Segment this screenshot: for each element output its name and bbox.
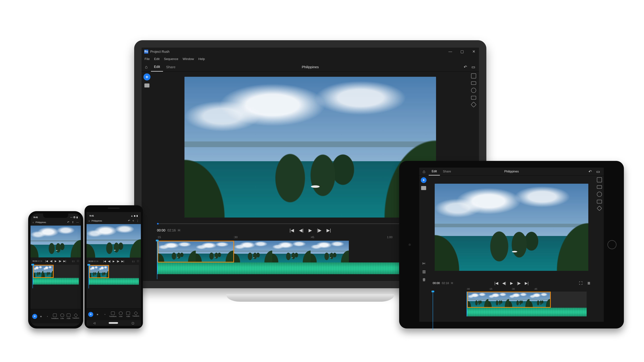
tab-color[interactable]: Color xyxy=(60,314,65,319)
undo-icon[interactable]: ↶ xyxy=(464,65,467,69)
trash-icon[interactable]: 🗑 xyxy=(422,278,426,282)
tab-transform[interactable]: Transform xyxy=(132,312,139,317)
menu-file[interactable]: File xyxy=(144,57,150,61)
timeline[interactable]: Ripperton – Echocity xyxy=(428,292,595,322)
chat-icon[interactable]: ▭ xyxy=(596,169,600,174)
prev-clip-button[interactable]: |◀ xyxy=(45,260,48,263)
tab-audio[interactable]: Audio xyxy=(125,312,131,317)
home-button[interactable]: ⌂ xyxy=(88,220,90,222)
preview-viewer[interactable] xyxy=(428,176,595,279)
window-minimize-button[interactable]: — xyxy=(448,49,453,54)
step-forward-button[interactable]: |▶ xyxy=(317,228,322,233)
project-panel-icon[interactable] xyxy=(144,83,150,87)
video-track[interactable] xyxy=(88,265,139,278)
scrub-playhead[interactable] xyxy=(157,223,159,225)
step-forward-button[interactable]: |▶ xyxy=(59,260,62,263)
play-button[interactable]: ▶ xyxy=(113,260,115,263)
color-wheel-icon[interactable] xyxy=(471,88,476,93)
titles-icon[interactable] xyxy=(597,177,602,182)
properties-icon[interactable] xyxy=(597,200,602,203)
android-recent-button[interactable]: ▢ xyxy=(132,322,134,325)
preview-frame[interactable] xyxy=(30,226,81,257)
share-icon[interactable]: < xyxy=(132,219,134,222)
tab-transitions[interactable]: Transitions xyxy=(51,314,58,319)
fullscreen-icon[interactable]: ⛶ xyxy=(137,260,139,263)
next-clip-button[interactable]: ▶| xyxy=(525,281,528,285)
transform-icon[interactable] xyxy=(597,206,602,211)
properties-icon[interactable] xyxy=(471,96,476,99)
more-icon[interactable]: ⋮ xyxy=(136,219,139,222)
tab-edit[interactable]: Edit xyxy=(151,62,163,71)
tab-transitions[interactable]: Transitions xyxy=(109,312,116,317)
prev-clip-button[interactable]: |◀ xyxy=(290,228,294,233)
track-toggle-b[interactable]: ≡ xyxy=(102,314,108,315)
tracks-icon[interactable]: ≣ xyxy=(587,281,590,285)
tab-transform[interactable]: Transform xyxy=(72,314,79,319)
step-back-button[interactable]: ◀| xyxy=(108,260,111,263)
android-home-button[interactable] xyxy=(109,322,118,324)
step-forward-button[interactable]: |▶ xyxy=(117,260,120,263)
project-panel-icon[interactable] xyxy=(421,186,426,190)
menu-window[interactable]: Window xyxy=(183,57,194,61)
step-forward-button[interactable]: |▶ xyxy=(517,281,521,285)
track-toggle-a[interactable]: ▦ xyxy=(38,316,44,317)
chat-icon[interactable]: ▭ xyxy=(472,65,475,69)
step-back-button[interactable]: ◀| xyxy=(299,228,304,233)
more-icon[interactable]: ⋯ xyxy=(76,221,79,224)
tab-share[interactable]: Share xyxy=(440,168,454,175)
timeline[interactable]: Ripperton – Echocity xyxy=(30,265,81,309)
audio-track[interactable]: Ripperton – Echocity xyxy=(32,278,79,285)
video-track[interactable] xyxy=(466,292,587,308)
fullscreen-icon[interactable]: ⛶ xyxy=(77,260,79,263)
step-back-button[interactable]: ◀| xyxy=(50,260,53,263)
transform-icon[interactable] xyxy=(471,102,476,107)
menu-help[interactable]: Help xyxy=(198,57,205,61)
timeline[interactable]: Ripperton – Echocity xyxy=(86,265,141,308)
tab-audio[interactable]: Audio xyxy=(66,314,71,319)
zoom-out-icon[interactable]: ［ ］ xyxy=(131,260,135,263)
next-clip-button[interactable]: ▶| xyxy=(64,260,66,263)
scissors-icon[interactable]: ✄ xyxy=(422,261,426,266)
prev-clip-button[interactable]: |◀ xyxy=(103,260,106,263)
audio-track[interactable]: Ripperton – Echocity xyxy=(88,278,139,285)
add-media-button[interactable]: + xyxy=(144,73,150,80)
timeline-playhead[interactable] xyxy=(32,265,33,288)
play-button[interactable]: ▶ xyxy=(510,281,513,285)
undo-icon[interactable]: ↶ xyxy=(67,221,70,224)
window-maximize-button[interactable]: ▢ xyxy=(460,49,464,54)
menu-sequence[interactable]: Sequence xyxy=(164,57,178,61)
crop-icon[interactable] xyxy=(471,81,476,85)
add-media-button[interactable]: + xyxy=(421,177,426,183)
fullscreen-icon[interactable]: ⛶ xyxy=(579,281,582,285)
next-clip-button[interactable]: ▶| xyxy=(122,260,124,263)
titles-icon[interactable] xyxy=(471,73,476,78)
timeline-ruler[interactable]: :00 :15 :30 :45 xyxy=(428,288,595,292)
play-button[interactable]: ▶ xyxy=(308,228,312,233)
add-media-button[interactable]: + xyxy=(88,312,93,317)
home-button[interactable]: ⌂ xyxy=(32,221,34,224)
audio-track[interactable]: Ripperton – Echocity xyxy=(466,308,587,317)
play-button[interactable]: ▶ xyxy=(55,260,57,263)
home-button[interactable]: ⌂ xyxy=(419,169,429,174)
home-button[interactable]: ⌂ xyxy=(142,64,151,69)
timeline-playhead[interactable] xyxy=(88,265,89,289)
timeline-playhead[interactable] xyxy=(433,292,433,330)
prev-clip-button[interactable]: |◀ xyxy=(494,281,498,285)
zoom-out-icon[interactable]: ［ ］ xyxy=(71,260,75,263)
preview-frame[interactable] xyxy=(86,224,141,258)
step-back-button[interactable]: ◀| xyxy=(502,281,506,285)
tab-share[interactable]: Share xyxy=(163,62,178,71)
share-icon[interactable]: ⇪ xyxy=(72,221,74,224)
tab-edit[interactable]: Edit xyxy=(429,168,440,175)
track-toggle-b[interactable]: ≡ xyxy=(44,316,50,317)
next-clip-button[interactable]: ▶| xyxy=(326,228,331,233)
tab-color[interactable]: Color xyxy=(118,312,124,317)
tablet-home-button[interactable] xyxy=(608,240,616,249)
add-media-button[interactable]: + xyxy=(32,314,37,319)
color-wheel-icon[interactable] xyxy=(597,192,602,197)
crop-icon[interactable] xyxy=(597,185,602,189)
window-close-button[interactable]: ✕ xyxy=(471,49,476,54)
android-back-button[interactable]: ◁ xyxy=(93,322,95,325)
video-track[interactable] xyxy=(32,265,79,278)
panel-icon[interactable]: ▥ xyxy=(422,270,426,274)
